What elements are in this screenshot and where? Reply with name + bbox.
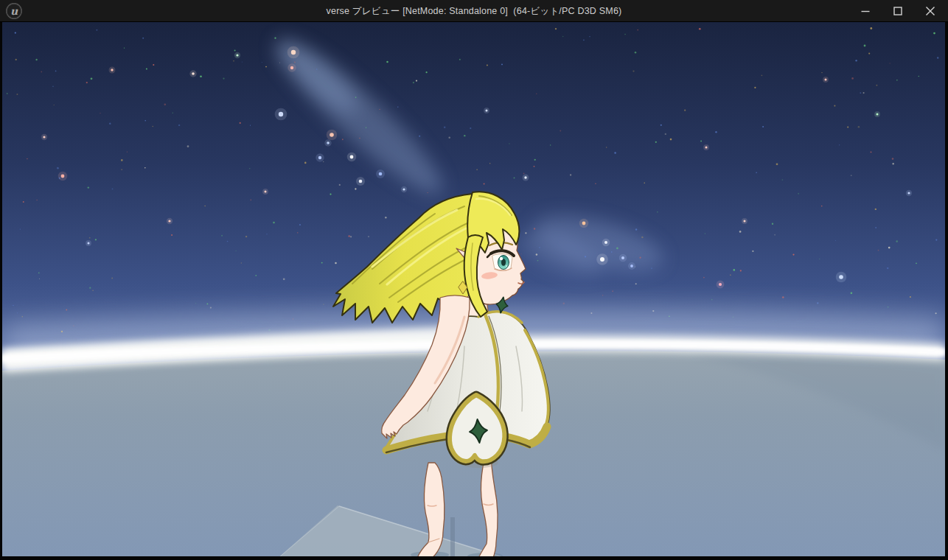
- close-button[interactable]: [914, 0, 947, 22]
- minimize-button[interactable]: [849, 0, 882, 22]
- close-icon: [925, 6, 935, 16]
- preview-window: u verse プレビュー [NetMode: Standalone 0] (6…: [0, 0, 948, 560]
- game-viewport[interactable]: [2, 22, 945, 556]
- maximize-icon: [893, 6, 903, 16]
- unreal-engine-logo-icon[interactable]: u: [5, 2, 23, 20]
- window-controls: [849, 0, 947, 22]
- maximize-button[interactable]: [882, 0, 914, 22]
- svg-text:u: u: [10, 4, 18, 16]
- scene: [2, 22, 945, 556]
- title-bar[interactable]: u verse プレビュー [NetMode: Standalone 0] (6…: [0, 0, 948, 22]
- minimize-icon: [860, 6, 871, 16]
- window-title: verse プレビュー [NetMode: Standalone 0] (64-…: [0, 0, 948, 22]
